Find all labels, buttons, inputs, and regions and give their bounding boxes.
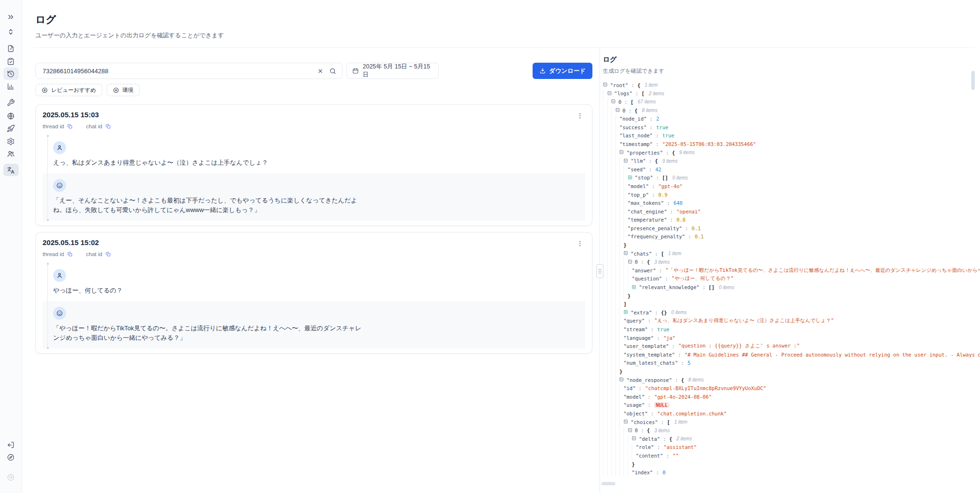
- expand-toggle-icon[interactable]: [632, 284, 637, 290]
- sidebar-item-status-circle[interactable]: [3, 471, 19, 483]
- user-avatar-icon: [56, 144, 63, 151]
- json-colon: :: [663, 453, 672, 459]
- meta-label: thread id: [43, 251, 64, 257]
- collapse-toggle-icon[interactable]: [619, 150, 625, 156]
- indent-guide: [607, 409, 612, 418]
- sidebar-item-clipboard-check[interactable]: [3, 55, 19, 67]
- indent-guide: [615, 300, 620, 308]
- horizontal-scrollbar-thumb[interactable]: [601, 482, 615, 485]
- date-range-picker[interactable]: 2025年 5月 15日 ~ 5月15日: [346, 63, 439, 79]
- sidebar-item-bar-chart[interactable]: [3, 80, 19, 92]
- json-key: "chats": [631, 251, 652, 257]
- collapse-toggle-icon[interactable]: [619, 377, 625, 383]
- copy-icon[interactable]: [67, 251, 73, 257]
- timeline-dot: [47, 263, 49, 265]
- json-brace: []: [709, 284, 715, 290]
- json-item-count: 0 items: [671, 310, 687, 315]
- sidebar-item-chevrons-right[interactable]: [3, 11, 19, 23]
- indent-guide: [628, 443, 632, 452]
- indent-guide: [615, 359, 620, 368]
- search-icon[interactable]: [329, 67, 336, 75]
- card-menu-button[interactable]: [575, 111, 585, 121]
- download-label: ダウンロード: [549, 67, 586, 75]
- indent-guide: [624, 258, 628, 266]
- sidebar-item-rocket[interactable]: [3, 122, 19, 134]
- indent-guide: [624, 291, 628, 300]
- clear-icon[interactable]: [317, 68, 323, 74]
- indent-guide: [607, 132, 612, 140]
- sidebar-item-wrench[interactable]: [3, 96, 19, 109]
- json-value: 0: [662, 470, 665, 475]
- indent-guide: [603, 132, 607, 140]
- indent-guide: [603, 258, 607, 266]
- panel-resize-handle[interactable]: [596, 264, 603, 278]
- indent-guide: [615, 123, 620, 132]
- indent-guide: [603, 460, 607, 469]
- sidebar-item-log-out[interactable]: [3, 438, 19, 451]
- message-row-user: やっほー、何してるの？: [43, 263, 585, 301]
- sidebar-item-chevrons-up-down[interactable]: [3, 25, 19, 38]
- indent-guide: [624, 443, 628, 452]
- download-button[interactable]: ダウンロード: [533, 63, 592, 79]
- collapse-toggle-icon[interactable]: [628, 259, 634, 265]
- indent-guide: [611, 426, 615, 435]
- collapse-toggle-icon[interactable]: [611, 99, 617, 105]
- log-card: 2025.05.15 15:03thread idchat idえっ、私はダンス…: [35, 104, 592, 226]
- json-tree-line: "system_template" : "# Main Guidelines #…: [603, 350, 980, 359]
- copy-icon[interactable]: [67, 123, 73, 129]
- collapse-toggle-icon[interactable]: [615, 108, 621, 113]
- collapse-toggle-icon[interactable]: [628, 427, 634, 433]
- json-colon: :: [648, 326, 657, 332]
- sidebar-item-globe[interactable]: [3, 110, 19, 122]
- sidebar-item-settings[interactable]: [3, 135, 19, 147]
- json-tree-line: 0 : {3 items: [603, 426, 980, 435]
- json-brace: }: [632, 461, 635, 467]
- indent-guide: [611, 249, 615, 258]
- collapse-toggle-icon[interactable]: [632, 436, 637, 442]
- json-tree-line: "stream" : true: [603, 325, 980, 334]
- json-tree-line: }: [603, 241, 980, 249]
- indent-guide: [607, 106, 612, 115]
- indent-guide: [607, 216, 612, 224]
- log-json-panel: ログ 生成ログを確認できます "root" : {1 item"logs" : …: [600, 0, 980, 493]
- json-tree-line: "max_tokens" : 640: [603, 199, 980, 207]
- filter-chip[interactable]: 環境: [107, 84, 140, 96]
- sidebar-item-users[interactable]: [3, 147, 19, 160]
- indent-guide: [619, 190, 624, 199]
- indent-guide: [615, 241, 620, 249]
- log-card-meta: thread idchat id: [43, 251, 585, 257]
- json-value: 5: [688, 360, 690, 366]
- collapse-toggle-icon[interactable]: [603, 82, 609, 88]
- vertical-scrollbar-thumb[interactable]: [971, 71, 975, 90]
- copy-icon[interactable]: [105, 123, 111, 129]
- compass-icon: [7, 453, 15, 461]
- filter-chip[interactable]: レビューおすすめ: [35, 84, 102, 96]
- search-input[interactable]: [42, 67, 312, 75]
- json-key: "max_tokens": [628, 200, 664, 206]
- json-colon: :: [645, 318, 654, 324]
- json-colon: :: [649, 192, 658, 198]
- json-brace: {: [647, 427, 650, 433]
- collapse-toggle-icon[interactable]: [607, 90, 613, 96]
- indent-guide: [628, 435, 632, 443]
- card-menu-button[interactable]: [575, 238, 585, 249]
- copy-icon[interactable]: [105, 251, 111, 257]
- expand-toggle-icon[interactable]: [628, 175, 634, 180]
- indent-guide: [607, 207, 612, 216]
- sidebar-item-compass[interactable]: [3, 451, 19, 463]
- expand-toggle-icon[interactable]: [624, 310, 629, 315]
- collapse-toggle-icon[interactable]: [624, 419, 629, 425]
- avatar: [53, 141, 66, 154]
- indent-guide: [607, 157, 612, 165]
- json-brace: {}: [661, 310, 667, 315]
- sidebar-item-file[interactable]: [3, 42, 19, 55]
- indent-guide: [615, 334, 620, 342]
- collapse-toggle-icon[interactable]: [624, 251, 629, 257]
- sidebar-item-languages[interactable]: [3, 164, 19, 176]
- json-colon: :: [672, 377, 681, 383]
- collapse-toggle-icon[interactable]: [624, 158, 629, 164]
- sidebar-item-history[interactable]: [3, 67, 19, 80]
- indent-guide: [611, 216, 615, 224]
- sidebar: [0, 0, 22, 493]
- indent-guide: [607, 367, 612, 376]
